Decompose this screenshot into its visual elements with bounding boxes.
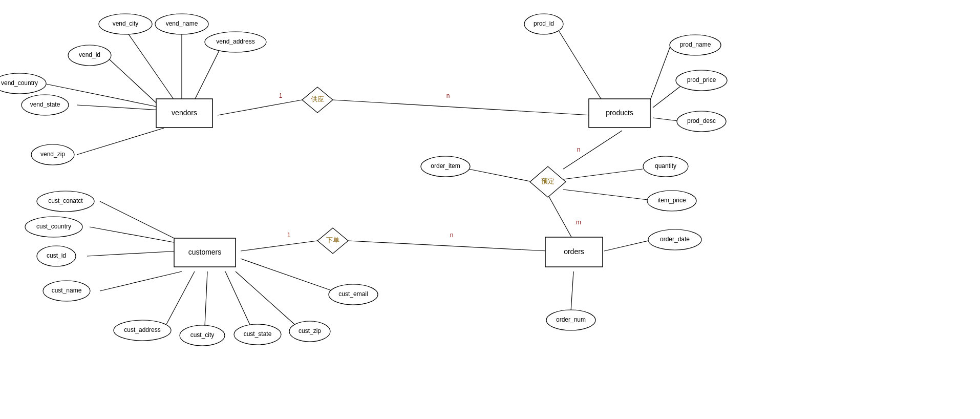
svg-line-17 — [563, 190, 648, 200]
entity-products-label: products — [606, 109, 633, 117]
attr-vend-city-label: vend_city — [113, 20, 139, 27]
attr-cust-city-label: cust_city — [190, 331, 215, 339]
entity-vendors-label: vendors — [172, 109, 197, 117]
attr-cust-country-label: cust_country — [36, 223, 71, 230]
svg-line-5 — [77, 105, 161, 110]
svg-line-28 — [348, 241, 548, 251]
svg-line-29 — [604, 240, 653, 251]
card-supply-1: 1 — [279, 92, 283, 99]
svg-line-3 — [105, 55, 161, 108]
svg-line-8 — [333, 100, 591, 115]
svg-line-20 — [87, 251, 179, 256]
attr-order-num-label: order_num — [556, 316, 586, 323]
attr-cust-state-label: cust_state — [244, 330, 272, 338]
svg-line-9 — [558, 30, 602, 100]
svg-line-23 — [205, 271, 207, 326]
svg-line-0 — [125, 30, 174, 100]
svg-line-24 — [225, 271, 251, 327]
attr-prod-id-label: prod_id — [534, 20, 554, 27]
svg-line-18 — [100, 201, 179, 241]
attr-order-date-label: order_date — [660, 236, 690, 243]
svg-line-7 — [218, 100, 302, 115]
entity-orders-label: orders — [564, 247, 584, 256]
svg-line-10 — [650, 45, 671, 100]
attr-order-item-label: order_item — [431, 162, 460, 170]
attr-prod-name-label: prod_name — [680, 41, 711, 48]
attr-quantity-label: quantity — [655, 162, 676, 170]
svg-line-26 — [241, 259, 343, 295]
svg-line-27 — [241, 241, 317, 251]
attr-vend-name-label: vend_name — [166, 20, 198, 27]
entity-customers-label: customers — [188, 248, 222, 256]
card-reserve-m: m — [576, 219, 581, 226]
svg-line-2 — [195, 49, 220, 100]
relationship-reserve-label: 预定 — [541, 177, 555, 185]
svg-line-14 — [548, 195, 573, 241]
svg-line-22 — [166, 271, 195, 324]
attr-cust-email-label: cust_email — [338, 290, 368, 298]
svg-line-13 — [563, 131, 622, 169]
svg-line-21 — [100, 271, 182, 291]
attr-vend-address-label: vend_address — [216, 38, 254, 45]
svg-line-25 — [236, 271, 294, 324]
card-reserve-n: n — [577, 146, 581, 153]
attr-item-price-label: item_price — [657, 197, 686, 204]
attr-vend-country-label: vend_country — [1, 79, 38, 87]
attr-cust-zip-label: cust_zip — [299, 327, 321, 334]
attr-cust-id-label: cust_id — [47, 252, 66, 259]
svg-line-6 — [77, 128, 164, 155]
attr-prod-price-label: prod_price — [687, 76, 716, 83]
svg-line-16 — [563, 169, 643, 179]
relationship-supply-label: 供应 — [311, 95, 324, 103]
svg-line-19 — [90, 227, 179, 243]
attr-prod-desc-label: prod_desc — [687, 117, 716, 124]
card-order-n: n — [450, 232, 454, 239]
er-diagram: vendors products customers orders 供应 下单 … — [0, 0, 980, 419]
card-supply-n: n — [446, 92, 450, 99]
attr-cust-name-label: cust_name — [52, 287, 82, 294]
svg-line-15 — [468, 169, 532, 182]
card-order-1: 1 — [287, 232, 291, 239]
attr-vend-id-label: vend_id — [79, 51, 100, 58]
relationship-order-label: 下单 — [326, 236, 339, 244]
attr-vend-state-label: vend_state — [30, 101, 60, 108]
attr-cust-address-label: cust_address — [124, 326, 160, 333]
attr-cust-conatct-label: cust_conatct — [48, 197, 83, 204]
attr-vend-zip-label: vend_zip — [40, 151, 65, 158]
svg-line-30 — [571, 271, 573, 311]
